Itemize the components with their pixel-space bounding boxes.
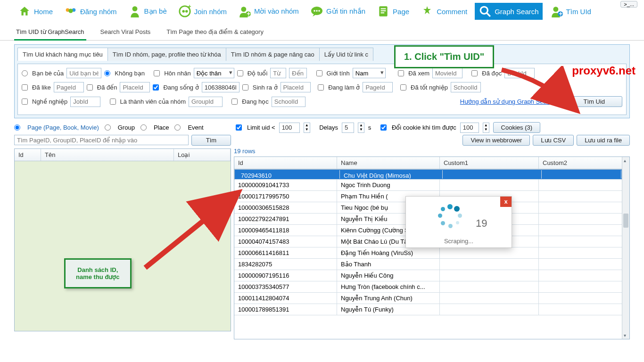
- nav-moi-vao-nhom[interactable]: + Mời vào nhóm: [234, 3, 303, 20]
- chk-limit[interactable]: [236, 124, 242, 131]
- chk-da-den[interactable]: [87, 84, 93, 90]
- label-da-den: Đã đến: [97, 84, 117, 91]
- input-tu[interactable]: [270, 68, 286, 78]
- intab-keyword[interactable]: Tìm ID nhóm, page, profile theo từ khóa: [107, 48, 226, 61]
- col-custom2[interactable]: Custom2: [539, 157, 629, 169]
- nav-comment[interactable]: Comment: [417, 3, 471, 20]
- input-cookie[interactable]: [460, 123, 479, 133]
- chk-dang-song[interactable]: [153, 84, 159, 90]
- chk-dang-hoc[interactable]: [231, 99, 238, 105]
- radio-khong-ban[interactable]: [104, 70, 110, 76]
- table-row[interactable]: 1834282075Bảo Thanh: [234, 259, 629, 270]
- cookies-button[interactable]: Cookies (3): [493, 122, 540, 133]
- input-pageid[interactable]: [54, 82, 84, 92]
- sel-gioi-tinh[interactable]: Nam: [353, 68, 386, 78]
- col-loai[interactable]: Loại: [174, 149, 231, 161]
- input-search-id[interactable]: [14, 135, 189, 145]
- callout-1: 1. Click "Tìm UID": [394, 45, 494, 68]
- col-id[interactable]: Id: [15, 149, 41, 161]
- input-uid-friend[interactable]: [66, 68, 101, 78]
- cell-id: 100000091041733: [234, 180, 337, 190]
- spin-down-icon[interactable]: ▼: [358, 127, 364, 132]
- nav-label: Mời vào nhóm: [254, 7, 299, 16]
- save-file-button[interactable]: Lưu uid ra file: [577, 135, 630, 146]
- radio-place[interactable]: [140, 124, 147, 131]
- input-placeid[interactable]: [120, 82, 150, 92]
- input-movieid[interactable]: [432, 68, 462, 78]
- chk-da-xem[interactable]: [398, 70, 404, 76]
- input-limit[interactable]: [279, 123, 300, 133]
- chk-thanh-vien[interactable]: [110, 99, 116, 105]
- cell-id: 1834282075: [234, 259, 337, 270]
- table-row[interactable]: 100000907195116Nguyễn Hiếu Công: [234, 270, 629, 281]
- nav-home[interactable]: Home: [14, 3, 57, 20]
- intab-target[interactable]: Tìm Uid khách hàng mục tiêu: [17, 48, 108, 61]
- spin-up-icon[interactable]: ▲: [358, 123, 364, 127]
- chk-sinh-ra[interactable]: [242, 84, 248, 90]
- input-sinh-ra[interactable]: [281, 82, 311, 92]
- radio-page[interactable]: [14, 124, 20, 131]
- view-browser-button[interactable]: View in webbrower: [462, 135, 530, 146]
- scroll-thumb[interactable]: [623, 214, 628, 228]
- radio-ban-be[interactable]: [22, 70, 28, 76]
- chk-hon-nhan[interactable]: [154, 70, 160, 76]
- spin-down-icon[interactable]: ▼: [304, 127, 310, 132]
- radio-event[interactable]: [174, 124, 181, 131]
- table-row[interactable]: 100011412804074Nguyễn Trung Anh (Chun): [234, 293, 629, 304]
- nav-dang-nhom[interactable]: Đăng nhóm: [60, 3, 121, 20]
- input-bookid[interactable]: [504, 68, 535, 78]
- col-custom1[interactable]: Custom1: [440, 157, 539, 169]
- radio-group[interactable]: [105, 124, 111, 131]
- subtab-page-location[interactable]: Tìm Page theo địa điểm & category: [165, 25, 265, 40]
- chk-cookie[interactable]: [380, 124, 387, 131]
- save-csv-button[interactable]: Lưu CSV: [533, 135, 574, 146]
- col-name[interactable]: Name: [337, 157, 440, 169]
- nav-join-nhom[interactable]: + Join nhóm: [174, 3, 231, 20]
- comment-icon: [421, 5, 434, 18]
- input-dang-lam[interactable]: [363, 82, 393, 92]
- sel-hon-nhan[interactable]: Độc thân: [194, 68, 234, 78]
- chk-da-doc[interactable]: [471, 70, 478, 76]
- tim-uid-button[interactable]: Tìm Uid: [566, 96, 623, 107]
- input-dang-song[interactable]: [202, 82, 239, 92]
- label-delays: Delays: [319, 124, 338, 131]
- input-jobid[interactable]: [70, 97, 100, 107]
- col-id[interactable]: Id: [234, 157, 337, 169]
- console-toggle[interactable]: >_...: [620, 1, 637, 8]
- svg-point-3: [132, 6, 137, 11]
- input-den[interactable]: [289, 68, 307, 78]
- chk-tot-nghiep[interactable]: [400, 84, 406, 90]
- spin-down-icon[interactable]: ▼: [483, 127, 489, 132]
- nav-gui-tin-nhan[interactable]: Gửi tin nhắn: [306, 3, 369, 20]
- scrollbar[interactable]: [622, 157, 629, 339]
- nav-tim-uid[interactable]: + Tìm UId: [546, 3, 595, 20]
- input-delays[interactable]: [342, 123, 354, 133]
- chk-do-tuoi[interactable]: [237, 70, 243, 76]
- nav-ban-be[interactable]: Bạn bè: [124, 3, 171, 20]
- intab-from-link[interactable]: Lấy Uid từ link c: [319, 48, 373, 61]
- chk-dang-lam[interactable]: [318, 84, 324, 90]
- input-groupid[interactable]: [189, 97, 223, 107]
- cell-id: 100000306515828: [234, 202, 337, 213]
- nav-graph-search[interactable]: Graph Search: [475, 3, 542, 20]
- chk-nghe-nghiep[interactable]: [22, 99, 28, 105]
- spin-up-icon[interactable]: ▲: [483, 123, 489, 127]
- table-row[interactable]: 100003735340577Hưng Tròn (facebook chính…: [234, 281, 629, 293]
- input-dang-hoc[interactable]: [272, 97, 305, 107]
- tim-button[interactable]: Tìm: [191, 135, 231, 146]
- input-schoolid[interactable]: [451, 82, 481, 92]
- subtab-viral[interactable]: Search Viral Posts: [99, 25, 153, 40]
- table-row[interactable]: 100001789851391Nguyễn Tú (Funky): [234, 304, 629, 315]
- close-icon[interactable]: x: [500, 197, 512, 207]
- nav-page[interactable]: Page: [373, 3, 413, 20]
- table-row[interactable]: 100000091041733Ngoc Trinh Duong: [234, 180, 629, 191]
- intab-advanced[interactable]: Tìm ID nhóm & page nâng cao: [226, 48, 320, 61]
- table-row[interactable]: 100006611416811Đặng Tiến Hoàng (ViruSs): [234, 247, 629, 259]
- guide-link[interactable]: Hướng dẫn sử dụng Graph Search: [460, 98, 555, 105]
- subtab-graphsearch[interactable]: Tìm UID từ GraphSearch: [14, 25, 86, 40]
- chk-gioi-tinh[interactable]: [316, 70, 322, 76]
- spin-up-icon[interactable]: ▲: [304, 123, 310, 127]
- chk-da-like[interactable]: [22, 84, 28, 90]
- col-ten[interactable]: Tên: [41, 149, 174, 161]
- table-row[interactable]: 702943610Chu Việt Dũng (Mimosa): [234, 169, 629, 180]
